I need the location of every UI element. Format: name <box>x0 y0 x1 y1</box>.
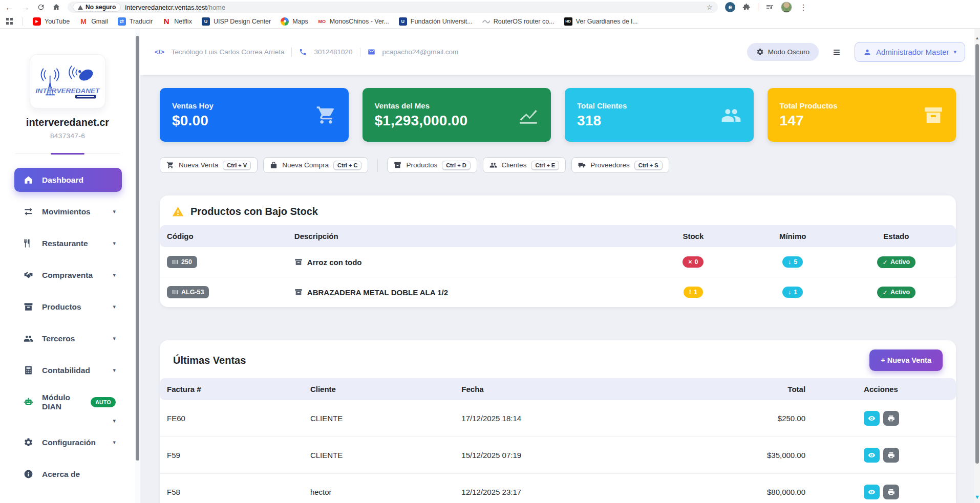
window-scrollbar[interactable]: ▲ ▼ <box>974 29 980 503</box>
back-icon[interactable]: ← <box>5 3 14 12</box>
table-header-row: Código Descripción Stock Mínimo Estado <box>160 225 956 247</box>
sidebar-item-productos[interactable]: Productos ▾ <box>14 295 122 319</box>
recent-sales-card: Últimas Ventas + Nueva Venta Factura # C… <box>160 340 956 503</box>
column-header: Cliente <box>303 378 454 400</box>
menu-toggle-icon[interactable]: ≡ <box>833 46 840 58</box>
sidebar-item-configuracion[interactable]: Configuración ▾ <box>14 430 122 454</box>
divider <box>360 48 360 57</box>
new-sale-button[interactable]: + Nueva Venta <box>869 349 943 371</box>
nueva-venta-button[interactable]: Nueva Venta Ctrl + V <box>160 157 258 173</box>
account-dropdown[interactable]: Administrador Master ▾ <box>855 42 965 62</box>
gmail-icon <box>79 17 88 26</box>
sidebar-item-modulo-dian[interactable]: Módulo DIAN AUTO ▾ <box>14 390 122 414</box>
box-icon <box>24 302 33 312</box>
bookmark-netflix[interactable]: Netflix <box>162 17 192 26</box>
print-button[interactable] <box>883 485 899 499</box>
nueva-compra-button[interactable]: Nueva Compra Ctrl + C <box>263 157 368 173</box>
stock-badge: !1 <box>684 287 703 298</box>
scroll-up-icon[interactable]: ▲ <box>974 36 980 40</box>
reload-icon[interactable] <box>37 3 45 11</box>
code-badge: 250 <box>167 256 197 268</box>
stat-label: Total Productos <box>780 101 838 110</box>
bookmark-star-icon[interactable]: ☆ <box>706 3 713 11</box>
alert-icon: ! <box>689 289 691 296</box>
view-button[interactable] <box>864 485 880 499</box>
print-button[interactable] <box>883 411 899 426</box>
utensils-icon <box>24 238 33 248</box>
check-icon: ✓ <box>883 289 888 296</box>
cart-icon <box>316 105 336 125</box>
extensions-puzzle-icon[interactable] <box>742 3 751 11</box>
sidebar-divider <box>15 154 120 154</box>
column-header: Acciones <box>813 378 956 400</box>
extension-e-icon[interactable]: e <box>725 2 735 12</box>
brand-tax-id: 8437347-6 <box>0 132 135 140</box>
box-icon <box>394 161 401 169</box>
topbar: </> Tecnólogo Luis Carlos Correa Arrieta… <box>140 29 974 75</box>
chevron-down-icon: ▾ <box>113 418 116 424</box>
profile-avatar[interactable] <box>781 2 792 13</box>
playlist-icon[interactable] <box>765 3 774 11</box>
column-header: Factura # <box>160 378 303 400</box>
print-button[interactable] <box>883 448 899 463</box>
bookmark-youtube[interactable]: YouTube <box>33 17 70 26</box>
view-button[interactable] <box>864 411 880 426</box>
shortcut-badge: Ctrl + D <box>442 161 470 170</box>
bookmark-gmail[interactable]: Gmail <box>79 17 108 26</box>
low-stock-card: Productos con Bajo Stock Código Descripc… <box>160 195 956 307</box>
address-bar[interactable]: No seguro interveredanetcr.ventas.test/h… <box>68 2 718 13</box>
chevron-down-icon: ▾ <box>113 367 116 374</box>
recent-sales-title: Últimas Ventas <box>173 355 246 366</box>
bookmarks-bar: YouTube Gmail Traducir Netflix UISP Desi… <box>0 14 980 29</box>
bookmark-maps[interactable]: Maps <box>281 17 308 26</box>
check-icon: ✓ <box>883 258 888 266</box>
arrow-down-icon: ↓ <box>788 258 791 266</box>
sidebar-item-restaurante[interactable]: Restaurante ▾ <box>14 231 122 255</box>
shortcut-badge: Ctrl + E <box>531 161 559 170</box>
box-icon <box>923 105 944 125</box>
bookmark-traducir[interactable]: Traducir <box>118 17 153 26</box>
shortcut-badge: Ctrl + C <box>333 161 361 170</box>
forward-icon[interactable]: → <box>21 3 30 12</box>
eye-icon <box>868 451 876 459</box>
code-badge: ALG-53 <box>167 286 209 298</box>
swap-arrows-icon <box>24 207 33 216</box>
chevron-down-icon: ▾ <box>113 208 116 215</box>
sidebar-scrollbar[interactable] <box>135 29 140 503</box>
bookmark-monoschinos[interactable]: MonosChinos - Ver... <box>318 17 389 26</box>
stat-label: Ventas Hoy <box>172 101 214 110</box>
chrome-menu-icon[interactable]: ⋮ <box>799 3 807 12</box>
column-header: Descripción <box>287 225 637 247</box>
sidebar-scrollbar-thumb[interactable] <box>136 36 139 461</box>
column-header: Código <box>160 225 287 247</box>
product-description: ABRAZADERA METAL DOBLE ALA 1/2 <box>294 288 630 297</box>
bookmark-routeros[interactable]: RouterOS router co... <box>482 18 555 25</box>
auto-badge: AUTO <box>91 397 116 407</box>
gear-icon <box>24 438 33 447</box>
sidebar-item-terceros[interactable]: Terceros ▾ <box>14 326 122 351</box>
sidebar-item-contabilidad[interactable]: Contabilidad ▾ <box>14 358 122 382</box>
bookmark-uisp[interactable]: UISP Design Center <box>202 17 271 26</box>
clientes-button[interactable]: Clientes Ctrl + E <box>483 157 566 173</box>
handshake-icon <box>24 270 33 280</box>
dark-mode-button[interactable]: Modo Oscuro <box>747 43 819 61</box>
bookmark-fundacion[interactable]: Fundación Universit... <box>399 17 473 26</box>
sidebar-item-compraventa[interactable]: Compraventa ▾ <box>14 263 122 287</box>
sidebar-item-dashboard[interactable]: Dashboard <box>14 168 122 192</box>
window-scrollbar-thumb[interactable] <box>975 44 979 464</box>
client-name: CLIENTE <box>303 400 454 437</box>
warning-icon <box>78 5 83 10</box>
scroll-down-icon[interactable]: ▼ <box>974 494 980 500</box>
users-icon <box>721 105 741 125</box>
recent-sales-table: Factura # Cliente Fecha Total Acciones F… <box>160 378 956 503</box>
productos-button[interactable]: Productos Ctrl + D <box>387 157 477 173</box>
status-badge: ✓Activo <box>877 256 916 268</box>
proveedores-button[interactable]: Proveedores Ctrl + S <box>571 157 669 173</box>
sidebar-item-movimientos[interactable]: Movimientos ▾ <box>14 200 122 224</box>
home-icon[interactable] <box>52 3 60 11</box>
view-button[interactable] <box>864 448 880 463</box>
apps-grid-icon[interactable] <box>6 18 13 25</box>
security-chip[interactable]: No seguro <box>73 3 121 12</box>
bookmark-guardianes[interactable]: Ver Guardianes de l... <box>564 17 638 26</box>
sidebar-item-acerca-de[interactable]: Acerca de <box>14 462 122 486</box>
